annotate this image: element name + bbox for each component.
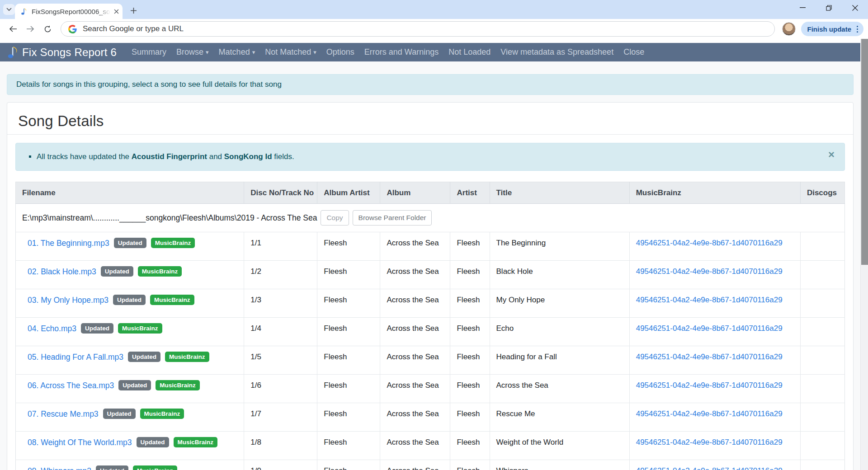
album-artist-cell: Fleesh (317, 403, 380, 432)
window-controls (789, 0, 868, 15)
card-body: All tracks have updated the Acoustid Fin… (7, 135, 853, 470)
title-cell: Echo (490, 318, 629, 346)
song-filename-link[interactable]: 06. Across The Sea.mp3 (28, 381, 114, 390)
reload-button[interactable] (40, 21, 55, 37)
musicbrainz-id-link[interactable]: 49546251-04a2-4e9e-8b67-1d4070116a29 (636, 352, 783, 361)
music-note-logo-icon (6, 46, 19, 59)
song-filename-link[interactable]: 07. Rescue Me.mp3 (28, 409, 99, 418)
table-row: 02. Black Hole.mp3UpdatedMusicBrainz 1/2… (16, 261, 845, 289)
musicbrainz-id-link[interactable]: 49546251-04a2-4e9e-8b67-1d4070116a29 (636, 239, 783, 247)
reload-icon (44, 25, 52, 33)
forward-button[interactable] (23, 21, 38, 37)
album-artist-cell: Fleesh (317, 289, 380, 318)
alert-close-button[interactable]: × (826, 149, 837, 160)
album-artist-cell: Fleesh (317, 318, 380, 346)
nav-item-close[interactable]: Close (618, 47, 649, 57)
title-cell: Heading for a Fall (490, 346, 629, 375)
song-filename-link[interactable]: 08. Weight Of The World.mp3 (28, 438, 132, 447)
page-scrollbar[interactable] (860, 39, 868, 470)
artist-cell: Fleesh (450, 460, 490, 470)
tab-search-button[interactable] (3, 4, 15, 15)
col-artist: Artist (450, 182, 490, 204)
title-cell: Whispers (490, 460, 629, 470)
musicbrainz-badge: MusicBrainz (133, 465, 177, 470)
back-arrow-icon (9, 25, 17, 33)
alert-message: All tracks have updated the Acoustid Fin… (37, 152, 823, 161)
song-filename-link[interactable]: 04. Echo.mp3 (28, 324, 76, 333)
disc-track-cell: 1/6 (244, 375, 317, 403)
song-filename-link[interactable]: 03. My Only Hope.mp3 (28, 296, 108, 305)
app-brand[interactable]: Fix Songs Report 6 (6, 46, 117, 59)
browser-menu-icon[interactable] (855, 26, 860, 33)
nav-item-options[interactable]: Options (321, 47, 359, 57)
title-cell: My Only Hope (490, 289, 629, 318)
musicbrainz-id-link[interactable]: 49546251-04a2-4e9e-8b67-1d4070116a29 (636, 267, 783, 276)
chrome-page-gap (0, 39, 868, 43)
finish-update-button[interactable]: Finish update (801, 22, 864, 36)
musicbrainz-badge: MusicBrainz (140, 409, 184, 419)
disc-track-cell: 1/2 (244, 261, 317, 289)
album-cell: Across the Sea (380, 318, 450, 346)
table-row: 01. The Beginning.mp3UpdatedMusicBrainz … (16, 232, 845, 261)
song-filename-link[interactable]: 09. Whispers.mp3 (28, 466, 91, 470)
musicbrainz-badge: MusicBrainz (151, 238, 195, 248)
discogs-cell (800, 375, 844, 403)
title-cell: Across the Sea (490, 375, 629, 403)
address-bar[interactable]: Search Google or type a URL (61, 21, 775, 37)
back-button[interactable] (5, 21, 21, 37)
musicbrainz-badge: MusicBrainz (156, 380, 200, 390)
album-cell: Across the Sea (380, 289, 450, 318)
musicbrainz-id-link[interactable]: 49546251-04a2-4e9e-8b67-1d4070116a29 (636, 409, 783, 418)
nav-item-view-spreadsheet[interactable]: View metadata as Spreadsheet (495, 47, 618, 57)
restore-button[interactable] (816, 0, 842, 15)
song-filename-link[interactable]: 05. Heading For A Fall.mp3 (28, 352, 123, 362)
album-cell: Across the Sea (380, 261, 450, 289)
col-musicbrainz: MusicBrainz (629, 182, 800, 204)
artist-cell: Fleesh (450, 261, 490, 289)
tab-title: FixSongsReport00006_songdeta (32, 8, 110, 15)
disc-track-cell: 1/1 (244, 232, 317, 261)
update-summary-alert: All tracks have updated the Acoustid Fin… (15, 143, 845, 171)
copy-button[interactable]: Copy (321, 210, 349, 226)
restore-icon (826, 5, 832, 11)
nav-item-matched[interactable]: Matched (214, 47, 260, 57)
song-filename-link[interactable]: 02. Black Hole.mp3 (28, 267, 96, 276)
minimize-icon (800, 7, 806, 8)
nav-item-errors-warnings[interactable]: Errors and Warnings (359, 47, 443, 57)
google-logo-icon (68, 25, 77, 33)
discogs-cell (800, 261, 844, 289)
musicbrainz-id-link[interactable]: 49546251-04a2-4e9e-8b67-1d4070116a29 (636, 381, 783, 390)
browser-tab[interactable]: FixSongsReport00006_songdeta (15, 4, 123, 19)
scrollbar-thumb[interactable] (861, 39, 868, 265)
close-window-button[interactable] (842, 0, 868, 15)
profile-avatar[interactable] (782, 22, 796, 36)
musicbrainz-badge: MusicBrainz (165, 352, 209, 362)
nav-item-not-matched[interactable]: Not Matched (260, 47, 321, 57)
close-icon (852, 5, 858, 11)
col-album-artist: Album Artist (317, 182, 380, 204)
page-content: Details for songs in this grouping, sele… (0, 61, 860, 470)
table-row: 03. My Only Hope.mp3UpdatedMusicBrainz 1… (16, 289, 845, 318)
disc-track-cell: 1/7 (244, 403, 317, 432)
new-tab-button[interactable] (127, 5, 139, 16)
minimize-button[interactable] (789, 0, 816, 15)
musicbrainz-id-link[interactable]: 49546251-04a2-4e9e-8b67-1d4070116a29 (636, 438, 783, 446)
title-cell: Weight of the World (490, 432, 629, 460)
folder-path: E:\mp3\mainstream\............______song… (22, 213, 317, 223)
browse-parent-folder-button[interactable]: Browse Parent Folder (353, 210, 432, 226)
album-artist-cell: Fleesh (317, 261, 380, 289)
app-title: Fix Songs Report 6 (22, 46, 117, 59)
musicbrainz-id-link[interactable]: 49546251-04a2-4e9e-8b67-1d4070116a29 (636, 324, 783, 333)
table-row: 05. Heading For A Fall.mp3UpdatedMusicBr… (16, 346, 845, 375)
title-cell: Rescue Me (490, 403, 629, 432)
nav-item-not-loaded[interactable]: Not Loaded (443, 47, 495, 57)
song-filename-link[interactable]: 01. The Beginning.mp3 (28, 239, 109, 248)
musicbrainz-id-link[interactable]: 49546251-04a2-4e9e-8b67-1d4070116a29 (636, 466, 783, 470)
folder-path-row: E:\mp3\mainstream\............______song… (16, 204, 845, 232)
nav-item-summary[interactable]: Summary (127, 47, 171, 57)
discogs-cell (800, 318, 844, 346)
tab-close-button[interactable] (114, 9, 119, 14)
disc-track-cell: 1/8 (244, 432, 317, 460)
nav-item-browse[interactable]: Browse (171, 47, 214, 57)
musicbrainz-id-link[interactable]: 49546251-04a2-4e9e-8b67-1d4070116a29 (636, 296, 783, 304)
